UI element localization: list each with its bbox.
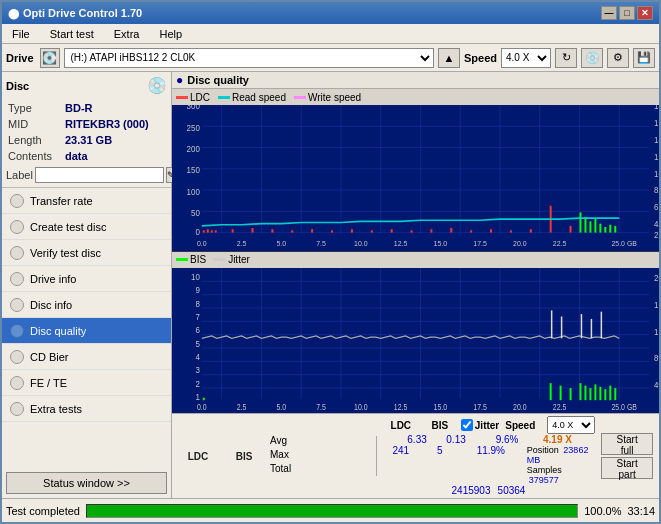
start-full-button[interactable]: Start full: [601, 433, 653, 455]
stats-labels-col: Avg Max Total: [270, 435, 370, 477]
nav-fe-te[interactable]: FE / TE: [2, 370, 171, 396]
nav-dot-fe-te: [10, 376, 24, 390]
bottom-stats: LDC BIS Avg Max Total: [172, 413, 659, 498]
legend-read-speed: Read speed: [218, 92, 286, 103]
disc-label-input[interactable]: [35, 167, 164, 183]
nav-cd-bier[interactable]: CD Bier: [2, 344, 171, 370]
svg-rect-133: [614, 388, 616, 400]
svg-rect-53: [311, 229, 313, 232]
svg-rect-129: [594, 384, 596, 400]
nav-extra-tests[interactable]: Extra tests: [2, 396, 171, 422]
nav-label-extra-tests: Extra tests: [30, 403, 82, 415]
svg-rect-131: [604, 389, 606, 400]
svg-text:100: 100: [187, 186, 201, 197]
speed-dropdown[interactable]: 4.0 X: [547, 416, 595, 434]
start-part-button[interactable]: Start part: [601, 457, 653, 479]
svg-text:16X: 16X: [654, 118, 659, 129]
menu-help[interactable]: Help: [153, 27, 188, 41]
svg-rect-123: [550, 383, 552, 400]
chart-bis-body: 10 9 8 7 6 5 4 3 2 1 20% 16%: [172, 268, 659, 414]
svg-text:10.0: 10.0: [354, 402, 368, 412]
svg-text:7.5: 7.5: [316, 239, 326, 249]
svg-text:25.0 GB: 25.0 GB: [611, 239, 637, 249]
svg-rect-61: [470, 230, 472, 232]
ldc-max-val: 241: [383, 445, 419, 485]
status-bar: Test completed 100.0% 33:14: [2, 498, 659, 522]
svg-text:300: 300: [187, 105, 201, 112]
svg-text:15.0: 15.0: [434, 402, 448, 412]
status-window-button[interactable]: Status window >>: [6, 472, 167, 494]
legend-bis-color: [176, 258, 188, 261]
save-button[interactable]: 💾: [633, 48, 655, 68]
position-key: Position: [527, 445, 559, 455]
svg-text:20%: 20%: [654, 272, 659, 283]
nav-dot-disc-info: [10, 298, 24, 312]
svg-rect-52: [291, 230, 293, 232]
svg-rect-63: [510, 230, 512, 232]
menu-extra[interactable]: Extra: [108, 27, 146, 41]
legend-jitter: Jitter: [214, 254, 250, 265]
bis-avg-val: 0.13: [441, 434, 471, 445]
legend-ldc: LDC: [176, 92, 210, 103]
drive-icon: 💽: [40, 48, 60, 68]
stats-total-row: 2415903 50364: [452, 485, 527, 496]
progress-percent: 100.0%: [584, 505, 621, 517]
svg-text:150: 150: [187, 165, 201, 176]
nav-dot-verify-test-disc: [10, 246, 24, 260]
legend-jitter-color: [214, 258, 226, 261]
svg-rect-68: [584, 217, 586, 233]
eject-button[interactable]: ▲: [438, 48, 460, 68]
close-button[interactable]: ✕: [637, 6, 653, 20]
nav-verify-test-disc[interactable]: Verify test disc: [2, 240, 171, 266]
svg-text:20.0: 20.0: [513, 402, 527, 412]
svg-rect-49: [232, 229, 234, 232]
svg-rect-62: [490, 229, 492, 232]
svg-rect-67: [579, 212, 581, 232]
svg-text:15.0: 15.0: [434, 239, 448, 249]
svg-text:25.0 GB: 25.0 GB: [611, 402, 636, 412]
jitter-col-header: Jitter: [461, 419, 499, 431]
menu-start-test[interactable]: Start test: [44, 27, 100, 41]
svg-text:4%: 4%: [654, 379, 659, 390]
nav-label-drive-info: Drive info: [30, 273, 76, 285]
svg-text:2: 2: [195, 378, 199, 389]
svg-text:12.5: 12.5: [394, 239, 408, 249]
stat-ldc-header: LDC: [188, 451, 209, 462]
jitter-checkbox[interactable]: [461, 419, 473, 431]
stat-bis-header: BIS: [236, 451, 253, 462]
svg-text:10.0: 10.0: [354, 239, 368, 249]
settings-button[interactable]: ⚙: [607, 48, 629, 68]
nav-drive-info[interactable]: Drive info: [2, 266, 171, 292]
stat-group-ldc: LDC: [178, 451, 218, 462]
speed-select[interactable]: 4.0 X: [501, 48, 551, 68]
menu-file[interactable]: File: [6, 27, 36, 41]
svg-rect-51: [271, 229, 273, 232]
drive-bar: Drive 💽 (H:) ATAPI iHBS112 2 CL0K ▲ Spee…: [2, 44, 659, 72]
drive-select[interactable]: (H:) ATAPI iHBS112 2 CL0K: [64, 48, 434, 68]
svg-text:12%: 12%: [654, 325, 659, 336]
maximize-button[interactable]: □: [619, 6, 635, 20]
svg-text:4X: 4X: [654, 219, 659, 230]
svg-text:9: 9: [195, 284, 199, 295]
nav-create-test-disc[interactable]: Create test disc: [2, 214, 171, 240]
nav-disc-quality[interactable]: Disc quality: [2, 318, 171, 344]
nav-transfer-rate[interactable]: Transfer rate: [2, 188, 171, 214]
disc-button[interactable]: 💿: [581, 48, 603, 68]
nav-label-verify-test-disc: Verify test disc: [30, 247, 101, 259]
samples-val: 379577: [529, 475, 559, 485]
minimize-button[interactable]: —: [601, 6, 617, 20]
nav-label-cd-bier: CD Bier: [30, 351, 69, 363]
svg-text:0.0: 0.0: [197, 402, 207, 412]
chart-ldc-svg: 300 250 200 150 100 50 0 18X 16X 14X 12X: [172, 105, 659, 251]
legend-write-speed-label: Write speed: [308, 92, 361, 103]
svg-rect-48: [215, 230, 217, 232]
speed-label: Speed: [464, 52, 497, 64]
disc-label-label: Label: [6, 169, 33, 181]
nav-disc-info[interactable]: Disc info: [2, 292, 171, 318]
svg-rect-124: [560, 385, 562, 400]
svg-text:0: 0: [195, 226, 200, 237]
nav-dot-disc-quality: [10, 324, 24, 338]
svg-text:6: 6: [195, 324, 199, 335]
refresh-button[interactable]: ↻: [555, 48, 577, 68]
sidebar: Disc 💿 Type BD-R MID RITEKBR3 (000) Leng…: [2, 72, 172, 498]
